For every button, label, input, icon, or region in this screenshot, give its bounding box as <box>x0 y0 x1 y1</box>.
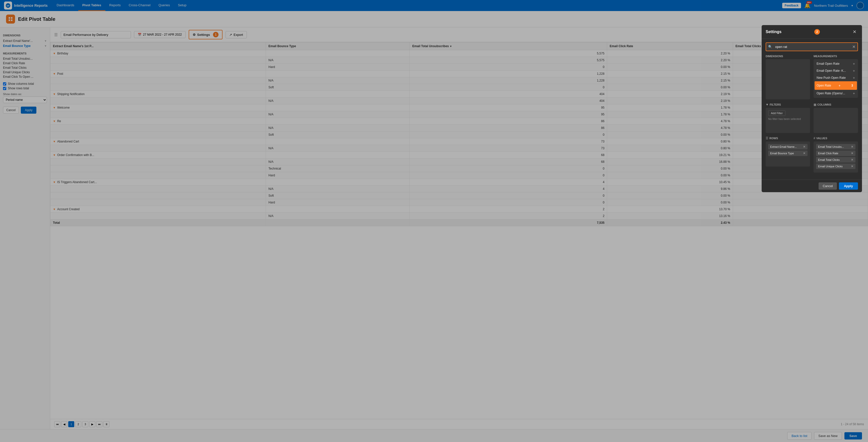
columns-label: Columns <box>817 103 831 106</box>
meas-item-3[interactable]: Open Rate + 3 <box>814 81 857 90</box>
plus-icon-0: + <box>853 62 855 66</box>
filter-icon-modal: ▼ <box>766 103 769 106</box>
val-tag-2-close[interactable]: ✕ <box>851 158 854 162</box>
measurements-section-label: Measurements <box>813 55 858 58</box>
modal-overlay: Settings 2 ✕ 🔍 ✕ Dimensions Measurements <box>0 0 868 442</box>
modal-cancel-button[interactable]: Cancel <box>818 182 837 190</box>
val-tag-0: Email Total Unsubs... ✕ <box>816 144 856 150</box>
add-filter-button[interactable]: Add Filter <box>768 110 785 116</box>
values-label: Values <box>816 137 827 140</box>
row-tag-1: Email Bounce Type ✕ <box>768 151 808 156</box>
meas-item-4[interactable]: Open Rate (Opens/... + <box>814 90 857 97</box>
modal-footer: Cancel Apply <box>762 180 862 192</box>
modal-filters-cols: ▼ Filters Add Filter No filter has been … <box>766 103 858 133</box>
meas-item-2[interactable]: New Push Open Rate + <box>814 74 857 81</box>
step2-badge: 2 <box>814 29 820 35</box>
plus-icon-4: + <box>853 91 855 95</box>
rows-icon: ☰ <box>766 136 768 140</box>
modal-rows-vals: ☰ Rows Extract Email Name... ✕ Email Bou… <box>766 136 858 172</box>
search-box: 🔍 ✕ <box>766 42 858 51</box>
val-tag-3: Email Unique Clicks ✕ <box>816 163 856 169</box>
modal-search-input[interactable] <box>774 43 850 51</box>
dimensions-section: Dimensions <box>766 55 810 99</box>
plus-icon-1: + <box>853 69 855 73</box>
rows-panel: Extract Email Name... ✕ Email Bounce Typ… <box>766 141 810 166</box>
modal-title: Settings <box>766 30 781 34</box>
dimensions-section-label: Dimensions <box>766 55 810 58</box>
modal-two-col: Dimensions Measurements Email Open Rate … <box>766 55 858 99</box>
modal-close-button[interactable]: ✕ <box>851 29 858 35</box>
row-tag-1-close[interactable]: ✕ <box>803 152 806 155</box>
modal-header: Settings 2 ✕ <box>762 25 862 39</box>
measurements-section: Measurements Email Open Rate + Email Ope… <box>813 55 858 99</box>
dimensions-panel <box>766 59 810 99</box>
val-tag-3-close[interactable]: ✕ <box>851 164 854 168</box>
measurements-panel: Email Open Rate + Email Open Rate- K... … <box>813 59 858 98</box>
rows-label: Rows <box>769 137 778 140</box>
modal-body: 🔍 ✕ Dimensions Measurements Email Open R… <box>762 39 862 180</box>
no-filter-text: No filter has been selected <box>768 117 808 120</box>
meas-item-0[interactable]: Email Open Rate + <box>814 60 857 67</box>
val-tag-2: Email Total Clicks ✕ <box>816 157 856 163</box>
filters-section: ▼ Filters Add Filter No filter has been … <box>766 103 810 133</box>
search-clear-button[interactable]: ✕ <box>850 44 858 49</box>
row-tag-0: Extract Email Name... ✕ <box>768 144 808 150</box>
step3-badge: 3 <box>849 83 855 88</box>
values-section: # Values Email Total Unsubs... ✕ Email C… <box>813 136 858 172</box>
meas-item-1[interactable]: Email Open Rate- K... + <box>814 67 857 74</box>
filters-panel: Add Filter No filter has been selected <box>766 108 810 133</box>
search-icon: 🔍 <box>766 45 774 49</box>
row-tag-0-close[interactable]: ✕ <box>803 145 806 149</box>
plus-icon-3: + <box>838 84 840 88</box>
columns-section: ▦ Columns <box>813 103 858 133</box>
plus-icon-2: + <box>853 76 855 80</box>
rows-section: ☰ Rows Extract Email Name... ✕ Email Bou… <box>766 136 810 172</box>
values-panel: Email Total Unsubs... ✕ Email Click Rate… <box>813 141 858 172</box>
val-tag-1: Email Click Rate ✕ <box>816 151 856 156</box>
columns-grid-icon: ▦ <box>813 103 816 106</box>
val-tag-1-close[interactable]: ✕ <box>851 152 854 155</box>
values-icon: # <box>813 136 815 140</box>
val-tag-0-close[interactable]: ✕ <box>851 145 854 149</box>
settings-modal: Settings 2 ✕ 🔍 ✕ Dimensions Measurements <box>762 25 862 192</box>
modal-apply-button[interactable]: Apply <box>839 182 858 190</box>
columns-panel <box>813 108 858 133</box>
filters-label: Filters <box>770 103 781 106</box>
